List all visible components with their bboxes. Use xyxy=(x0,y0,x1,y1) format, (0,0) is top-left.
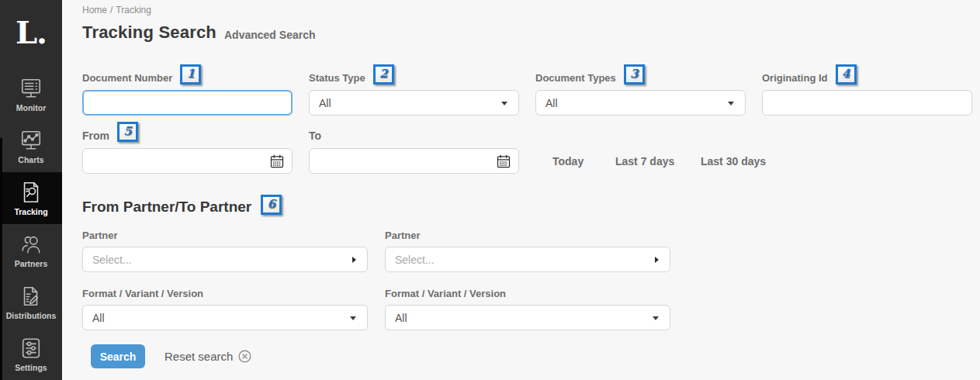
date-to-group: To xyxy=(309,123,519,174)
partner-section-title-text: From Partner/To Partner xyxy=(82,199,251,216)
hint-badge-1: 1 xyxy=(180,64,201,85)
from-format-group: Format / Variant / Version All xyxy=(82,282,368,330)
hint-badge-2: 2 xyxy=(373,64,394,85)
status-type-select[interactable]: All xyxy=(309,90,519,116)
left-edge-strip xyxy=(0,138,2,380)
quick-range-today[interactable]: Today xyxy=(552,148,583,174)
to-partner-group: Partner Select... xyxy=(385,223,670,272)
to-format-select[interactable]: All xyxy=(385,305,670,330)
chevron-right-icon xyxy=(352,257,356,263)
sidebar-item-settings[interactable]: Settings xyxy=(0,328,62,380)
to-partner-label: Partner xyxy=(385,230,421,241)
to-format-group: Format / Variant / Version All xyxy=(385,282,670,330)
document-types-group: Document Types 3 All xyxy=(535,66,746,116)
hint-badge-4: 4 xyxy=(836,64,857,85)
date-to-label: To xyxy=(309,130,321,142)
sidebar-item-monitor[interactable]: Monitor xyxy=(0,68,62,120)
document-types-label: Document Types xyxy=(535,72,616,84)
tracking-icon xyxy=(19,181,43,204)
partner-section-title: From Partner/To Partner 6 xyxy=(82,197,282,217)
sidebar-item-label: Charts xyxy=(18,155,43,164)
calendar-icon[interactable] xyxy=(269,154,285,171)
originating-id-group: Originating Id 4 xyxy=(762,66,972,116)
page-title: Tracking Search xyxy=(82,22,216,43)
from-format-label: Format / Variant / Version xyxy=(82,288,203,299)
monitor-icon xyxy=(19,77,43,100)
hint-badge-6: 6 xyxy=(261,195,282,215)
status-type-value: All xyxy=(319,97,331,109)
breadcrumb: Home/Tracking xyxy=(82,5,154,16)
sidebar-item-charts[interactable]: Charts xyxy=(0,120,62,172)
originating-id-input[interactable] xyxy=(762,90,972,116)
date-from-label: From xyxy=(82,130,109,142)
from-partner-placeholder: Select... xyxy=(92,254,132,266)
sidebar-item-tracking[interactable]: Tracking xyxy=(0,172,62,224)
distributions-icon xyxy=(19,285,43,308)
document-number-input[interactable] xyxy=(82,90,293,116)
originating-id-label: Originating Id xyxy=(762,72,828,84)
chevron-right-icon xyxy=(655,257,659,263)
sidebar-item-label: Settings xyxy=(15,363,47,372)
from-format-value: All xyxy=(92,312,105,324)
quick-range-last-7-days[interactable]: Last 7 days xyxy=(615,148,674,174)
app-logo[interactable]: L. xyxy=(0,0,62,68)
chevron-down-icon xyxy=(728,102,734,105)
to-partner-select[interactable]: Select... xyxy=(385,247,670,272)
main-content: Home/Tracking Tracking Search Advanced S… xyxy=(62,0,980,380)
chevron-down-icon xyxy=(501,102,507,105)
sidebar-item-label: Distributions xyxy=(6,311,57,320)
from-partner-label: Partner xyxy=(82,230,118,241)
search-button[interactable]: Search xyxy=(91,344,145,368)
date-from-group: From 5 xyxy=(82,123,293,174)
document-number-label: Document Number xyxy=(82,72,172,84)
sidebar-item-label: Partners xyxy=(15,259,48,268)
breadcrumb-separator: / xyxy=(110,5,113,16)
status-type-group: Status Type 2 All xyxy=(309,66,519,116)
status-type-label: Status Type xyxy=(309,72,365,84)
quick-range-last-30-days[interactable]: Last 30 days xyxy=(701,148,766,174)
reset-search-button[interactable]: Reset search xyxy=(164,344,251,368)
sidebar: L. Monitor Charts xyxy=(0,0,62,380)
document-types-select[interactable]: All xyxy=(535,90,746,116)
reset-circle-x-icon xyxy=(238,350,251,363)
partners-icon xyxy=(19,233,43,256)
breadcrumb-current: Tracking xyxy=(116,5,151,16)
from-partner-select[interactable]: Select... xyxy=(82,247,368,272)
sidebar-item-partners[interactable]: Partners xyxy=(0,224,62,276)
sidebar-item-label: Monitor xyxy=(16,103,47,112)
hint-badge-3: 3 xyxy=(624,64,645,85)
date-from-input[interactable] xyxy=(82,148,293,174)
sidebar-item-label: Tracking xyxy=(14,207,47,216)
from-format-select[interactable]: All xyxy=(82,305,368,330)
to-format-value: All xyxy=(395,312,407,324)
settings-icon xyxy=(19,337,43,360)
breadcrumb-home[interactable]: Home xyxy=(82,5,107,16)
advanced-search-link[interactable]: Advanced Search xyxy=(224,29,316,41)
from-partner-group: Partner Select... xyxy=(82,223,368,272)
date-to-input[interactable] xyxy=(309,148,519,174)
hint-badge-5: 5 xyxy=(117,122,138,142)
document-types-value: All xyxy=(545,97,558,109)
chevron-down-icon xyxy=(653,316,659,320)
reset-search-label: Reset search xyxy=(164,350,233,363)
charts-icon xyxy=(19,129,43,152)
chevron-down-icon xyxy=(350,316,356,320)
to-partner-placeholder: Select... xyxy=(395,254,435,266)
sidebar-item-distributions[interactable]: Distributions xyxy=(0,276,62,328)
document-number-group: Document Number 1 xyxy=(82,66,293,116)
to-format-label: Format / Variant / Version xyxy=(385,288,506,299)
calendar-icon[interactable] xyxy=(496,154,511,171)
